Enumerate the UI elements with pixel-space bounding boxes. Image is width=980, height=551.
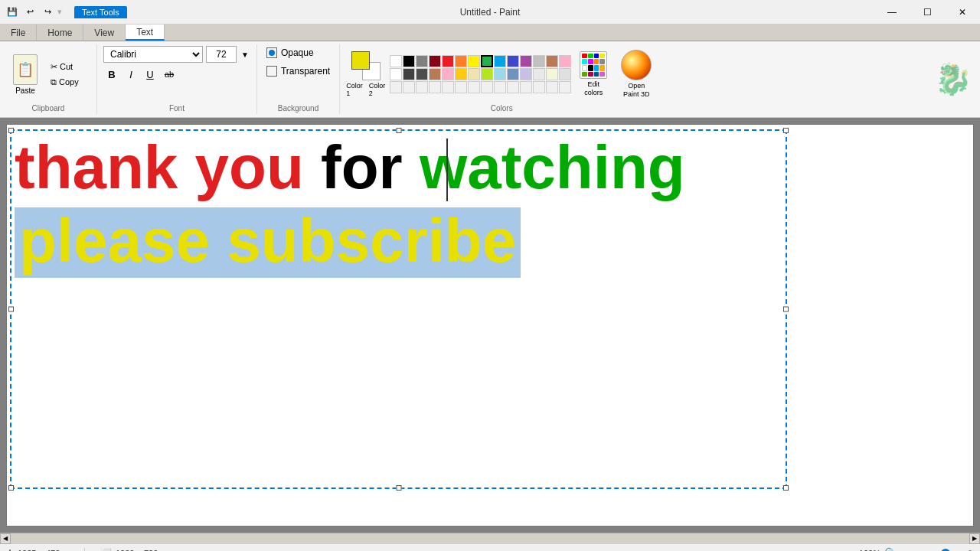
palette-row3 bbox=[390, 81, 571, 93]
p3-1[interactable] bbox=[390, 81, 402, 93]
paste-button[interactable]: 📋 Paste bbox=[6, 49, 44, 99]
word-thank: thank bbox=[15, 133, 178, 201]
italic-button[interactable]: I bbox=[122, 66, 139, 83]
edit-colors-icon bbox=[580, 51, 607, 79]
palette-cell-green[interactable] bbox=[481, 55, 493, 67]
palette-cell-gray[interactable] bbox=[416, 55, 428, 67]
zoom-section: 100% 🔍 ⊕ bbox=[859, 547, 974, 552]
p3-4[interactable] bbox=[429, 81, 441, 93]
p3-7[interactable] bbox=[468, 81, 480, 93]
open-paint3d-label: OpenPaint 3D bbox=[623, 82, 650, 99]
palette-cell-darkgray2[interactable] bbox=[416, 68, 428, 80]
strikethrough-button[interactable]: ab bbox=[161, 66, 178, 83]
handle-bl[interactable] bbox=[8, 485, 14, 491]
save-button[interactable]: 💾 bbox=[5, 5, 20, 20]
tab-view[interactable]: View bbox=[83, 24, 126, 41]
palette-cell-lightblue[interactable] bbox=[494, 55, 506, 67]
font-content: Calibri ▼ B I U ab bbox=[103, 46, 250, 103]
palette-cell-lightpink[interactable] bbox=[442, 68, 454, 80]
ribbon-tabs: File Home View Text bbox=[0, 24, 980, 41]
handle-tm[interactable] bbox=[396, 128, 401, 133]
palette-cell-gold[interactable] bbox=[455, 68, 467, 80]
cut-button[interactable]: ✂ Cut bbox=[47, 60, 90, 73]
handle-tr[interactable] bbox=[783, 128, 789, 133]
opaque-option[interactable]: Opaque bbox=[263, 46, 317, 60]
tab-file[interactable]: File bbox=[0, 24, 37, 41]
close-button[interactable]: ✕ bbox=[945, 0, 980, 24]
palette-cell-purple[interactable] bbox=[520, 55, 532, 67]
palette-cell-orange[interactable] bbox=[455, 55, 467, 67]
handle-bm[interactable] bbox=[396, 485, 401, 491]
palette-cell-darkgray[interactable] bbox=[403, 68, 415, 80]
palette-cell-beige[interactable] bbox=[546, 68, 558, 80]
zoom-out-button[interactable]: 🔍 bbox=[884, 547, 897, 552]
scroll-horizontal-track[interactable] bbox=[11, 535, 969, 543]
scroll-left-button[interactable]: ◀ bbox=[0, 533, 11, 544]
p3-14[interactable] bbox=[559, 81, 571, 93]
window-controls: — ☐ ✕ bbox=[874, 0, 980, 24]
minimize-button[interactable]: — bbox=[874, 0, 910, 24]
palette-cell-skyblue[interactable] bbox=[494, 68, 506, 80]
text-tools-contextual-tab: Text Tools bbox=[74, 6, 127, 18]
color-swatch-stack[interactable] bbox=[351, 51, 381, 80]
font-size-input[interactable] bbox=[206, 46, 237, 63]
font-size-down-icon[interactable]: ▼ bbox=[240, 49, 250, 60]
maximize-button[interactable]: ☐ bbox=[910, 0, 945, 24]
palette-cell-brown[interactable] bbox=[546, 55, 558, 67]
p3-6[interactable] bbox=[455, 81, 467, 93]
palette-cell-pink[interactable] bbox=[559, 55, 571, 67]
transparent-radio bbox=[266, 66, 277, 77]
palette-cell-yellow[interactable] bbox=[468, 55, 480, 67]
palette-cell-black[interactable] bbox=[403, 55, 415, 67]
p3-13[interactable] bbox=[546, 81, 558, 93]
underline-button[interactable]: U bbox=[142, 66, 158, 83]
transparent-option[interactable]: Transparent bbox=[263, 64, 333, 78]
font-family-select[interactable]: Calibri bbox=[103, 46, 203, 63]
bold-button[interactable]: B bbox=[103, 66, 120, 83]
palette-cell-lime[interactable] bbox=[481, 68, 493, 80]
palette-cell-cream[interactable] bbox=[468, 68, 480, 80]
zoom-in-button[interactable]: ⊕ bbox=[966, 548, 974, 552]
edit-colors-button[interactable]: Editcolors bbox=[576, 49, 611, 99]
p3-12[interactable] bbox=[533, 81, 545, 93]
zoom-slider-thumb[interactable] bbox=[941, 549, 950, 552]
p3-5[interactable] bbox=[442, 81, 454, 93]
palette-cell-lightgray[interactable] bbox=[533, 55, 545, 67]
palette-cell-tan[interactable] bbox=[429, 68, 441, 80]
canvas-area: thank you for watching please subscribe bbox=[0, 118, 980, 533]
background-content: Opaque Transparent bbox=[263, 46, 333, 103]
handle-ml[interactable] bbox=[8, 307, 14, 312]
copy-button[interactable]: ⧉ Copy bbox=[47, 75, 90, 89]
scroll-right-button[interactable]: ▶ bbox=[969, 533, 980, 544]
p3-10[interactable] bbox=[507, 81, 519, 93]
word-for: for bbox=[321, 133, 403, 201]
background-group: Opaque Transparent Background bbox=[257, 44, 340, 114]
handle-br[interactable] bbox=[783, 485, 789, 491]
p3-8[interactable] bbox=[481, 81, 493, 93]
colors-group: Color1 Color2 bbox=[340, 44, 663, 114]
palette-cell-white2[interactable] bbox=[390, 68, 402, 80]
palette-cell-blue[interactable] bbox=[507, 55, 519, 67]
palette-cell-red[interactable] bbox=[442, 55, 454, 67]
palette-row1 bbox=[390, 55, 571, 67]
redo-button[interactable]: ↪ bbox=[40, 5, 55, 20]
copy-icon: ⧉ bbox=[51, 77, 57, 87]
p3-11[interactable] bbox=[520, 81, 532, 93]
tab-text[interactable]: Text bbox=[126, 24, 165, 41]
palette-cell-verylightgray[interactable] bbox=[533, 68, 545, 80]
handle-tl[interactable] bbox=[8, 128, 14, 133]
canvas-size: 980 × 551px bbox=[116, 549, 167, 552]
tab-home[interactable]: Home bbox=[37, 24, 83, 41]
p3-9[interactable] bbox=[494, 81, 506, 93]
paint-canvas[interactable]: thank you for watching please subscribe bbox=[6, 124, 974, 527]
palette-cell-lightgray2[interactable] bbox=[559, 68, 571, 80]
undo-button[interactable]: ↩ bbox=[22, 5, 38, 20]
palette-cell-white[interactable] bbox=[390, 55, 402, 67]
p3-3[interactable] bbox=[416, 81, 428, 93]
handle-mr[interactable] bbox=[783, 307, 789, 312]
palette-cell-darkred[interactable] bbox=[429, 55, 441, 67]
palette-cell-lavender[interactable] bbox=[520, 68, 532, 80]
open-paint3d-button[interactable]: OpenPaint 3D bbox=[616, 47, 657, 101]
p3-2[interactable] bbox=[403, 81, 415, 93]
palette-cell-steel[interactable] bbox=[507, 68, 519, 80]
